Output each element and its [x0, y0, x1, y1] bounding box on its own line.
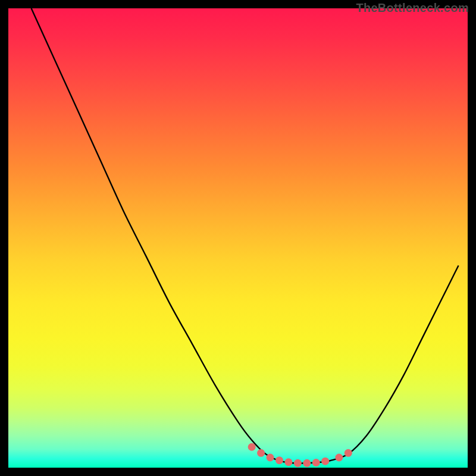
highlight-marker [345, 449, 352, 457]
curve-line [32, 8, 459, 464]
highlight-marker [294, 459, 302, 467]
highlight-marker [257, 449, 265, 457]
highlight-markers [248, 443, 352, 467]
curve-layer [8, 8, 468, 468]
highlight-marker [335, 454, 343, 462]
highlight-marker [248, 443, 256, 451]
highlight-marker [275, 456, 283, 464]
chart-frame: TheBottleneck.com [0, 0, 476, 476]
highlight-marker [312, 459, 320, 466]
highlight-marker [267, 454, 274, 462]
highlight-marker [303, 459, 311, 467]
plot-area [8, 8, 468, 468]
highlight-marker [321, 458, 329, 465]
highlight-marker [284, 458, 292, 466]
attribution-text: TheBottleneck.com [356, 1, 469, 15]
bottleneck-curve [32, 8, 459, 464]
